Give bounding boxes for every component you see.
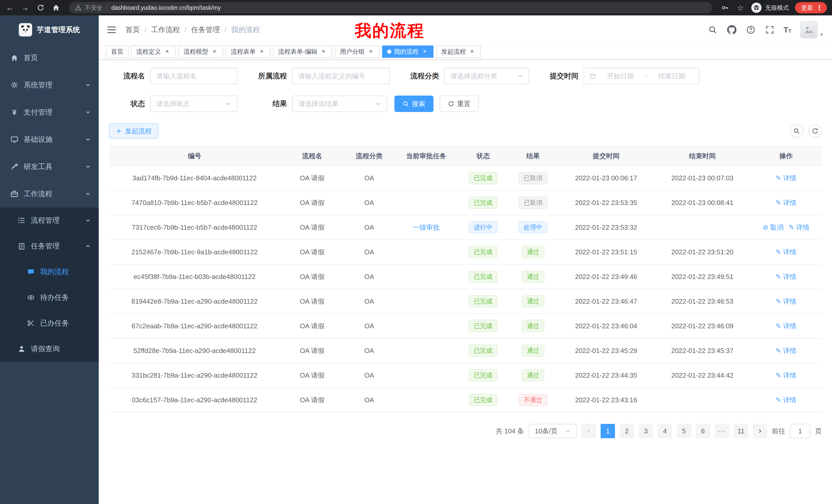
page-button-11[interactable]: 11 bbox=[734, 424, 748, 438]
tab-label: 我的流程 bbox=[394, 48, 419, 56]
sidebar-item-workflow[interactable]: 工作流程 bbox=[0, 180, 99, 207]
page-button-6[interactable]: 6 bbox=[696, 424, 710, 438]
tab-5[interactable]: 用户分组× bbox=[335, 46, 380, 58]
search-button[interactable]: 搜索 bbox=[394, 95, 434, 112]
detail-action-link[interactable]: ✎ 详情 bbox=[776, 174, 797, 182]
detail-action-link[interactable]: ✎ 详情 bbox=[776, 273, 797, 281]
cell-actions: ✎ 详情 bbox=[751, 388, 822, 412]
page-button-3[interactable]: 3 bbox=[639, 424, 653, 438]
cell-actions: ✎ 详情 bbox=[751, 240, 822, 264]
star-icon[interactable]: ☆ bbox=[736, 3, 745, 12]
app-logo[interactable]: 芋道管理系统 bbox=[0, 16, 99, 44]
submit-time-range-picker[interactable]: 开始日期 - 结束日期 bbox=[583, 68, 699, 84]
reset-button-label: 重置 bbox=[457, 100, 470, 108]
key-icon[interactable] bbox=[721, 3, 730, 12]
cell-end-time: 2022-01-22 23:44:42 bbox=[654, 363, 751, 388]
prev-page-button[interactable] bbox=[581, 424, 596, 438]
toggle-search-button[interactable] bbox=[790, 124, 803, 138]
cell-category: OA bbox=[344, 388, 394, 412]
cell-category: OA bbox=[344, 215, 394, 240]
sidebar-item-leave-query[interactable]: 请假查询 bbox=[0, 336, 99, 362]
back-icon[interactable]: ← bbox=[5, 3, 15, 12]
page-button-1[interactable]: 1 bbox=[601, 424, 615, 438]
close-icon[interactable]: × bbox=[258, 48, 265, 55]
detail-action-link[interactable]: ✎ 详情 bbox=[776, 248, 797, 256]
forward-icon[interactable]: → bbox=[21, 3, 30, 12]
tab-7[interactable]: 发起流程× bbox=[436, 46, 481, 58]
process-name-input-field[interactable] bbox=[156, 72, 231, 80]
detail-action-link[interactable]: ✎ 详情 bbox=[788, 223, 809, 231]
cell-current-task bbox=[394, 166, 458, 190]
chevron-down-icon bbox=[375, 101, 381, 107]
sidebar-item-task-management[interactable]: 任务管理 bbox=[0, 233, 99, 259]
sidebar-item-done-tasks[interactable]: 已办任务 bbox=[0, 310, 99, 336]
help-icon[interactable] bbox=[746, 25, 756, 35]
result-select[interactable]: 请选择流结果 bbox=[292, 95, 387, 112]
sidebar-item-home[interactable]: 首页 bbox=[0, 44, 99, 72]
cell-actions: ✎ 详情 bbox=[751, 289, 822, 314]
detail-action-link[interactable]: ✎ 详情 bbox=[776, 199, 797, 206]
detail-action-link[interactable]: ✎ 详情 bbox=[776, 322, 797, 330]
category-select[interactable]: 请选择流程分类 bbox=[444, 68, 529, 84]
tab-3[interactable]: 流程表单× bbox=[226, 46, 270, 58]
browser-home-icon[interactable] bbox=[51, 3, 61, 12]
incognito-badge[interactable]: 无痕模式 bbox=[751, 3, 789, 13]
cell-process-name: OA 请假 bbox=[280, 215, 344, 240]
update-button[interactable]: 更新 ⋮ bbox=[795, 2, 827, 13]
hamburger-icon[interactable] bbox=[107, 25, 117, 35]
cell-category: OA bbox=[344, 289, 394, 314]
cancel-action-link[interactable]: ⊘ 取消 bbox=[762, 223, 783, 231]
close-icon[interactable]: × bbox=[320, 48, 327, 55]
cell-category: OA bbox=[344, 190, 394, 215]
font-size-icon[interactable]: TT bbox=[784, 25, 791, 34]
tab-6[interactable]: 我的流程× bbox=[382, 46, 434, 58]
detail-action-link[interactable]: ✎ 详情 bbox=[776, 347, 797, 355]
page-size-select[interactable]: 10条/页 bbox=[529, 424, 577, 438]
close-icon[interactable]: × bbox=[211, 48, 218, 55]
parent-process-input[interactable] bbox=[292, 68, 390, 84]
refresh-table-button[interactable] bbox=[808, 124, 822, 138]
detail-action-link[interactable]: ✎ 详情 bbox=[776, 298, 797, 305]
breadcrumb-workflow[interactable]: 工作流程 bbox=[151, 25, 180, 35]
breadcrumb-home[interactable]: 首页 bbox=[126, 25, 140, 35]
sidebar-item-infrastructure[interactable]: 基础设施 bbox=[0, 126, 99, 153]
sidebar-item-my-process[interactable]: 我的流程 bbox=[0, 259, 99, 285]
tab-4[interactable]: 流程表单-编辑× bbox=[273, 46, 332, 58]
close-icon[interactable]: × bbox=[421, 48, 428, 55]
tab-0[interactable]: 首页 bbox=[106, 46, 129, 58]
browser-menu-icon[interactable]: ⋮ bbox=[815, 4, 824, 12]
cell-submit-time: 2022-01-22 23:46:47 bbox=[558, 289, 654, 314]
tab-2[interactable]: 流程模型× bbox=[178, 46, 223, 58]
create-process-label: 发起流程 bbox=[125, 127, 152, 136]
close-icon[interactable]: × bbox=[468, 48, 476, 55]
page-button-4[interactable]: 4 bbox=[658, 424, 672, 438]
process-name-input[interactable] bbox=[150, 68, 238, 84]
create-process-button[interactable]: 发起流程 bbox=[109, 123, 158, 139]
page-ellipsis[interactable]: ··· bbox=[715, 424, 729, 438]
parent-process-input-field[interactable] bbox=[298, 72, 384, 80]
page-button-2[interactable]: 2 bbox=[620, 424, 634, 438]
close-icon[interactable]: × bbox=[163, 48, 171, 55]
detail-action-link[interactable]: ✎ 详情 bbox=[776, 371, 797, 379]
current-task-link[interactable]: 一级审批 bbox=[413, 223, 440, 231]
next-page-button[interactable] bbox=[753, 424, 767, 438]
status-select[interactable]: 请选择状态 bbox=[150, 95, 238, 112]
page-button-5[interactable]: 5 bbox=[677, 424, 691, 438]
search-icon[interactable] bbox=[707, 25, 718, 35]
tab-1[interactable]: 流程定义× bbox=[131, 46, 176, 58]
sidebar-item-todo-tasks[interactable]: 待办任务 bbox=[0, 285, 99, 310]
detail-action-link[interactable]: ✎ 详情 bbox=[776, 396, 797, 404]
sidebar-item-payment[interactable]: ¥ 支付管理 bbox=[0, 99, 99, 126]
user-menu[interactable]: ▼ bbox=[800, 21, 824, 38]
sidebar-item-process-management[interactable]: 流程管理 bbox=[0, 207, 99, 233]
reload-icon[interactable] bbox=[36, 3, 45, 12]
goto-page-input[interactable] bbox=[790, 424, 810, 438]
github-icon[interactable] bbox=[727, 25, 737, 35]
address-bar[interactable]: 不安全 | dashboard.yudao.iocoder.cn/bpm/tas… bbox=[69, 2, 712, 13]
sidebar-item-devtools[interactable]: 研发工具 bbox=[0, 153, 99, 180]
sidebar-item-system[interactable]: 系统管理 bbox=[0, 72, 99, 99]
close-icon[interactable]: × bbox=[367, 48, 374, 55]
fullscreen-icon[interactable] bbox=[765, 25, 775, 35]
reset-button[interactable]: 重置 bbox=[440, 95, 479, 112]
breadcrumb-task[interactable]: 任务管理 bbox=[191, 25, 220, 35]
